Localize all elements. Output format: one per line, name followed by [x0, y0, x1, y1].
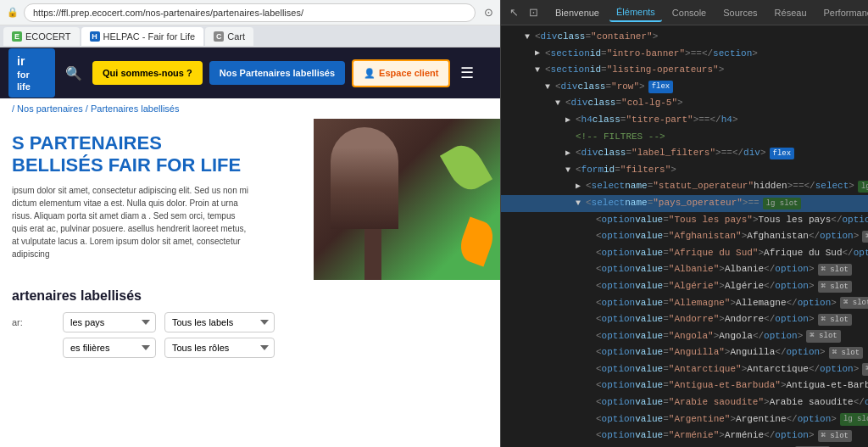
url-text: https://ffl.prep.ecocert.com/nos-partena…	[33, 8, 303, 18]
filter-row-2: es filières Tous les rôles	[12, 338, 488, 358]
tab-ecocert[interactable]: E ECOCERT	[3, 27, 80, 46]
arrow-form[interactable]	[565, 164, 576, 177]
arrow-h4[interactable]	[565, 114, 576, 127]
el-container[interactable]: <div class="container" >	[501, 29, 868, 46]
badge-slot-ant[interactable]: ⌘ slot	[862, 363, 868, 375]
devtools-tab-performances[interactable]: Performances	[817, 4, 869, 21]
arrow-col[interactable]	[555, 97, 565, 110]
devtools-inspect-button[interactable]: ↖	[506, 4, 522, 20]
arrow-row[interactable]	[545, 81, 555, 94]
hero-title: S PARTENAIRES BELLISÉS FAIR FOR LIFE	[12, 132, 302, 177]
devtools-tab-reseau[interactable]: Réseau	[768, 4, 814, 21]
person-decoration	[331, 127, 398, 229]
el-option-algerie[interactable]: <option value="Algérie" >Algérie</option…	[501, 278, 868, 295]
browser-bar: 🔒 https://ffl.prep.ecocert.com/nos-parte…	[0, 0, 500, 25]
badge-flex-row[interactable]: flex	[648, 81, 674, 92]
el-option-argentine[interactable]: <option value="Argentine" >Argentine</op…	[501, 411, 868, 428]
espace-label: Espace client	[379, 68, 438, 78]
badge-lgsm-pays[interactable]: lg slot	[763, 198, 802, 210]
filter-label-1: ar:	[12, 317, 54, 327]
arrow-container[interactable]	[525, 31, 535, 44]
devtools-panel: ↖ ⊡ Bienvenue Éléments Console Sources R…	[500, 0, 868, 447]
filter-pays[interactable]: les pays	[63, 312, 156, 332]
devtools-tab-elements[interactable]: Éléments	[609, 3, 662, 22]
devtools-tab-sources[interactable]: Sources	[716, 4, 764, 21]
tab-cart[interactable]: C Cart	[205, 27, 253, 46]
el-option-anguilla[interactable]: <option value="Anguilla" >Anguilla</opti…	[501, 344, 868, 361]
nav-partenaires[interactable]: Nos Partenaires labellisés	[209, 61, 345, 85]
el-form-filters[interactable]: <form id="filters" >	[501, 162, 868, 179]
hero-text: S PARTENAIRES BELLISÉS FAIR FOR LIFE ips…	[0, 119, 314, 280]
el-section-intro[interactable]: <section id="intro-banner" > == </sectio…	[501, 46, 868, 63]
arrow-label-filters[interactable]	[565, 147, 576, 160]
el-option-afghanistan[interactable]: <option value="Afghanistan" >Afghanistan…	[501, 228, 868, 245]
lock-icon: 🔒	[7, 7, 19, 18]
tab-favicon-cart: C	[214, 31, 224, 42]
arrow-listing[interactable]	[535, 64, 545, 77]
el-option-tous[interactable]: <option value="Tous les pays" >Tous les …	[501, 212, 868, 229]
el-select-statut[interactable]: <select name="statut_operateur" hidden >…	[501, 178, 868, 195]
badge-flex-labelfilters[interactable]: flex	[770, 148, 795, 159]
filter-roles[interactable]: Tous les rôles	[164, 338, 275, 358]
el-option-arabie[interactable]: <option value="Arabie saoudite" >Arabie …	[501, 394, 868, 411]
badge-slot-all[interactable]: ⌘ slot	[840, 297, 868, 309]
el-section-listing[interactable]: <section id="listing-operateurs" >	[501, 62, 868, 79]
devtools-tab-console[interactable]: Console	[665, 4, 713, 21]
el-col-lg5[interactable]: <div class="col-lg-5" >	[501, 95, 868, 112]
arrow-select-statut[interactable]	[576, 180, 586, 193]
site-nav: ir for life 🔍 Qui sommes-nous ? Nos Part…	[0, 47, 500, 98]
devtools-responsive-button[interactable]: ⊡	[526, 4, 542, 20]
el-option-antigua[interactable]: <option value="Antigua-et-Barbuda" >Anti…	[501, 377, 868, 394]
badge-slot-af[interactable]: ⌘ slot	[862, 231, 868, 243]
el-option-andorre[interactable]: <option value="Andorre" >Andorre</option…	[501, 311, 868, 328]
devtools-toolbar: ↖ ⊡ Bienvenue Éléments Console Sources R…	[501, 0, 868, 25]
el-option-angola[interactable]: <option value="Angola" >Angola</option> …	[501, 328, 868, 345]
el-row[interactable]: <div class="row" > flex	[501, 79, 868, 96]
hero-title-line2: BELLISÉS	[12, 154, 103, 176]
filter-label-2	[12, 343, 54, 353]
nav-qui-sommes-nous[interactable]: Qui sommes-nous ?	[92, 61, 203, 85]
tab-favicon-helpac: H	[90, 31, 100, 42]
filter-labels[interactable]: Tous les labels	[164, 312, 275, 332]
nav-espace-client[interactable]: 👤 Espace client	[352, 59, 450, 87]
filter-filieres[interactable]: es filières	[63, 338, 156, 358]
hamburger-icon[interactable]: ☰	[460, 64, 474, 82]
search-button[interactable]: 🔍	[62, 62, 86, 85]
hero-section: S PARTENAIRES BELLISÉS FAIR FOR LIFE ips…	[0, 119, 500, 280]
logo-ir: ir	[17, 53, 47, 69]
tab-label-ecocert: ECOCERT	[25, 31, 71, 42]
url-bar[interactable]: https://ffl.prep.ecocert.com/nos-partena…	[24, 3, 476, 22]
leaf1-decoration	[440, 139, 492, 197]
badge-slot-ang[interactable]: ⌘ slot	[806, 330, 840, 342]
devtools-tab-bienvenue[interactable]: Bienvenue	[548, 4, 606, 21]
el-label-filters[interactable]: <div class="label_filters" > == </div> f…	[501, 145, 868, 162]
el-option-antarctique[interactable]: <option value="Antarctique" >Antarctique…	[501, 361, 868, 378]
badge-slot-and[interactable]: ⌘ slot	[818, 314, 852, 326]
arrow-select-pays[interactable]	[576, 197, 586, 210]
browser-search-icon: ⊙	[484, 6, 493, 19]
badge-lgsm-arg[interactable]: lg slot	[840, 413, 868, 425]
logo-life: life	[17, 81, 47, 92]
el-h4[interactable]: <h4 class="titre-part" > == </h4>	[501, 112, 868, 129]
el-option-albanie[interactable]: <option value="Albanie" >Albanie</option…	[501, 261, 868, 278]
badge-slot-arm[interactable]: ⌘ slot	[818, 430, 852, 442]
browser-tabs: E ECOCERT H HELPAC - Fair for Life C Car…	[0, 25, 500, 47]
arrow-intro[interactable]	[535, 47, 545, 60]
badge-slot-alg[interactable]: ⌘ slot	[818, 281, 852, 293]
badge-lgsm-statut[interactable]: lg slot	[858, 181, 868, 193]
devtools-elements-panel[interactable]: <div class="container" > <section id="in…	[501, 25, 868, 447]
tab-helpac[interactable]: H HELPAC - Fair for Life	[81, 27, 204, 46]
hero-description: ipsum dolor sit amet, consectetur adipis…	[12, 184, 249, 260]
badge-slot-alb[interactable]: ⌘ slot	[818, 264, 852, 276]
partners-title-text: artenaires labellisés	[12, 288, 142, 303]
el-option-afriquesud[interactable]: <option value="Afrique du Sud" >Afrique …	[501, 245, 868, 262]
hero-image	[314, 119, 500, 280]
breadcrumb-link[interactable]: / Nos partenaires / Partenaires labellis…	[12, 103, 179, 114]
logo[interactable]: ir for life	[8, 48, 55, 98]
badge-slot-anguilla[interactable]: ⌘ slot	[829, 347, 863, 359]
el-option-armenie[interactable]: <option value="Arménie" >Arménie</option…	[501, 427, 868, 444]
el-select-pays[interactable]: <select name="pays_operateur" > == lg sl…	[501, 195, 868, 212]
tab-label-cart: Cart	[227, 31, 245, 42]
el-option-allemagne[interactable]: <option value="Allemagne" >Allemagne</op…	[501, 295, 868, 312]
hero-title-line1: S PARTENAIRES	[12, 132, 162, 154]
